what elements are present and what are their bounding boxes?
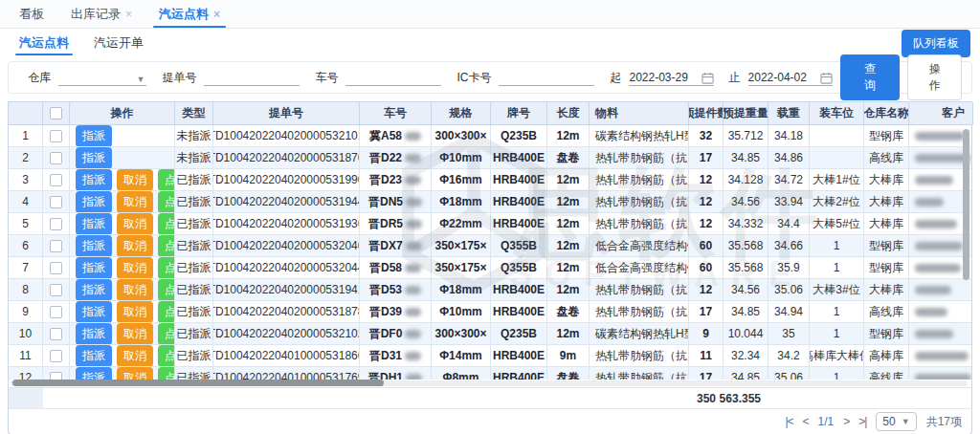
cancel-button[interactable]: 取消	[117, 367, 153, 380]
cell-material: 热轧带肋钢筋（抗震）	[590, 147, 689, 169]
cancel-button[interactable]: 取消	[117, 279, 153, 301]
action-button[interactable]: 操 作	[907, 54, 962, 100]
subtab-truck-billing[interactable]: 汽运开单	[84, 29, 153, 57]
redacted-vehicle-suffix	[405, 308, 421, 316]
cell-op: 指派取消点料	[70, 191, 175, 213]
prev-page-button[interactable]: <	[803, 415, 809, 428]
row-checkbox[interactable]	[50, 130, 62, 142]
redacted-vehicle-suffix	[405, 132, 421, 141]
row-checkbox[interactable]	[50, 350, 62, 362]
tally-button[interactable]: 点料	[158, 367, 175, 380]
queue-board-button[interactable]: 队列看板	[902, 30, 970, 57]
redacted-vehicle-suffix	[406, 220, 422, 228]
assign-button[interactable]: 指派	[76, 147, 112, 169]
cell-spec: 350×175×	[432, 235, 491, 257]
assign-button[interactable]: 指派	[76, 191, 112, 213]
tally-button[interactable]: 点料	[158, 323, 175, 345]
cell-material: 热轧带肋钢筋（抗震）	[590, 213, 689, 235]
tab-truck-tally[interactable]: 汽运点料 ×	[145, 0, 234, 28]
cancel-button[interactable]: 取消	[117, 301, 153, 323]
row-checkbox[interactable]	[50, 240, 62, 252]
cell-check	[43, 169, 70, 191]
tally-button[interactable]: 点料	[158, 191, 175, 213]
assign-button[interactable]: 指派	[76, 257, 112, 279]
tally-button[interactable]: 点料	[158, 279, 175, 301]
assign-button[interactable]: 指派	[76, 323, 112, 345]
tally-button[interactable]: 点料	[158, 345, 175, 367]
cell-bill: TD1004202204010000531769	[213, 367, 360, 380]
tab-dashboard[interactable]: 看板	[6, 0, 57, 28]
cell-wh: 型钢库	[864, 323, 909, 345]
summary-cell	[768, 388, 810, 408]
assign-button[interactable]: 指派	[76, 345, 112, 367]
cell-check	[43, 367, 70, 380]
tab-outbound-records[interactable]: 出库记录 ×	[57, 0, 145, 28]
subtab-truck-tally[interactable]: 汽运点料	[10, 29, 78, 57]
cancel-button[interactable]: 取消	[117, 257, 153, 279]
tally-button[interactable]: 点料	[158, 257, 175, 279]
close-icon[interactable]: ×	[213, 8, 220, 21]
redacted-vehicle-suffix	[405, 176, 421, 184]
cancel-button[interactable]: 取消	[117, 345, 153, 367]
assign-button[interactable]: 指派	[76, 367, 112, 380]
row-checkbox[interactable]	[50, 174, 62, 186]
cell-spec: 350×175×	[432, 257, 491, 279]
cell-material: 热轧带肋钢筋（抗震）	[590, 169, 689, 191]
assign-button[interactable]: 指派	[76, 301, 112, 323]
page-size-select[interactable]: 50 ▼	[876, 412, 916, 431]
cell-idx: 5	[9, 213, 43, 235]
ic-card-input[interactable]	[499, 69, 594, 86]
cancel-button[interactable]: 取消	[117, 235, 153, 257]
row-checkbox[interactable]	[50, 328, 62, 340]
cell-spec: Φ16mm	[432, 169, 491, 191]
tally-button[interactable]: 点料	[158, 213, 175, 235]
row-checkbox[interactable]	[50, 306, 62, 318]
data-table: 操作类型提单号车号规格牌号长度物料预提件数预提重量载重装车位仓库名称客户 1指派…	[8, 101, 972, 380]
row-checkbox[interactable]	[50, 152, 62, 164]
tally-button[interactable]: 点料	[158, 301, 175, 323]
row-checkbox[interactable]	[50, 372, 62, 380]
first-page-button[interactable]: |<	[785, 415, 792, 428]
cancel-button[interactable]: 取消	[117, 191, 153, 213]
cell-spec: 300×300×	[432, 125, 491, 147]
warehouse-select[interactable]: ▼	[58, 69, 146, 86]
cell-idx: 8	[9, 279, 43, 301]
cell-load: 33.94	[768, 191, 810, 213]
horizontal-scrollbar-thumb[interactable]	[12, 380, 384, 386]
cell-len: 12m	[547, 323, 590, 345]
close-icon[interactable]: ×	[125, 8, 132, 21]
cell-len: 12m	[547, 169, 590, 191]
tally-button[interactable]: 点料	[158, 169, 175, 191]
vehicle-no-input[interactable]	[345, 69, 441, 86]
assign-button[interactable]: 指派	[76, 213, 112, 235]
row-checkbox[interactable]	[50, 284, 62, 296]
search-button[interactable]: 查 询	[840, 54, 901, 100]
select-all-checkbox[interactable]	[50, 107, 62, 119]
next-page-button[interactable]: >	[843, 415, 849, 428]
assign-button[interactable]: 指派	[76, 169, 112, 191]
bill-no-input[interactable]	[204, 69, 300, 86]
row-checkbox[interactable]	[50, 218, 62, 230]
cell-bill: TD1004202204020000531876	[213, 147, 360, 169]
tally-button[interactable]: 点料	[158, 235, 175, 257]
redacted-vehicle-suffix	[405, 352, 421, 360]
row-checkbox[interactable]	[50, 196, 62, 208]
date-to-input[interactable]: 2022-04-02	[748, 69, 833, 86]
last-page-button[interactable]: >|	[858, 415, 866, 428]
cancel-button[interactable]: 取消	[117, 169, 153, 191]
assign-button[interactable]: 指派	[76, 279, 112, 301]
table-row: 9指派取消点料已指派TD1004202204020000531878晋D39Φ1…	[9, 301, 971, 323]
subtab-label: 汽运点料	[19, 34, 69, 52]
date-from-input[interactable]: 2022-03-29	[629, 69, 713, 86]
cancel-button[interactable]: 取消	[117, 213, 153, 235]
cancel-button[interactable]: 取消	[117, 323, 153, 345]
assign-button[interactable]: 指派	[76, 125, 112, 147]
assign-button[interactable]: 指派	[76, 235, 112, 257]
summary-row: 350563.355	[8, 387, 972, 409]
calendar-icon	[702, 72, 714, 84]
row-checkbox[interactable]	[50, 262, 62, 274]
cell-len: 9m	[547, 345, 590, 367]
vertical-scrollbar[interactable]	[963, 129, 969, 280]
cell-check	[43, 323, 70, 345]
cell-idx: 4	[9, 191, 43, 213]
